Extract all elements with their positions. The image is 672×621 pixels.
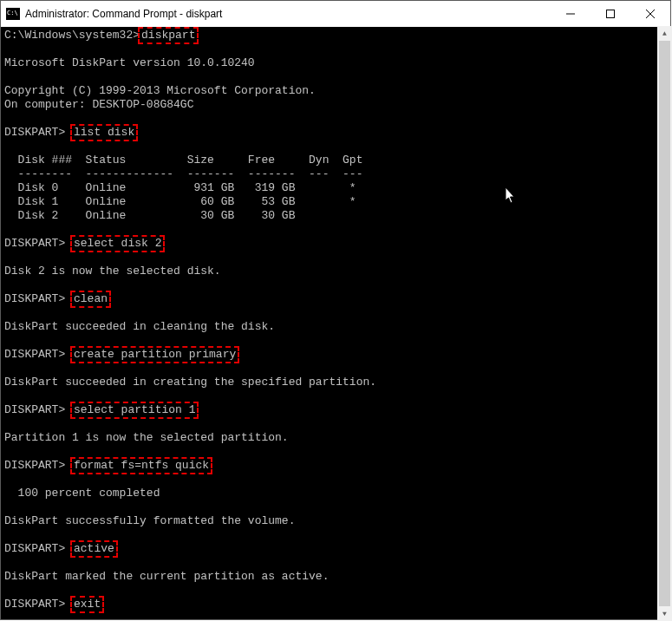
prompt-diskpart: DISKPART>: [4, 542, 72, 555]
cmd-select-disk: select disk 2: [70, 235, 165, 252]
out-selected-part: Partition 1 is now the selected partitio…: [4, 431, 289, 444]
minimize-button[interactable]: [551, 1, 590, 27]
close-button[interactable]: [630, 1, 670, 27]
window-title: Administrator: Command Prompt - diskpart: [25, 8, 551, 20]
command-prompt-window: Administrator: Command Prompt - diskpart…: [0, 0, 671, 620]
out-active-ok: DiskPart marked the current partition as…: [4, 570, 329, 583]
maximize-button[interactable]: [590, 1, 630, 27]
cmd-icon: [6, 8, 20, 20]
out-create-ok: DiskPart succeeded in creating the speci…: [4, 376, 376, 389]
disk-row: Disk 1 Online 60 GB 53 GB *: [4, 195, 356, 208]
scroll-down-button[interactable]: ▼: [657, 606, 672, 621]
out-format-progress: 100 percent completed: [4, 487, 160, 500]
terminal-output[interactable]: C:\Windows\system32>diskpart Microsoft D…: [1, 27, 670, 619]
cmd-active: active: [70, 540, 118, 558]
prompt-diskpart: DISKPART>: [4, 292, 72, 305]
cmd-format: format fs=ntfs quick: [70, 457, 212, 474]
out-computer: On computer: DESKTOP-08G84GC: [4, 98, 193, 111]
disk-table-header: Disk ### Status Size Free Dyn Gpt: [4, 154, 362, 167]
prompt-diskpart: DISKPART>: [4, 237, 72, 250]
out-clean-ok: DiskPart succeeded in cleaning the disk.: [4, 320, 275, 333]
prompt-diskpart: DISKPART>: [4, 459, 72, 472]
cmd-list-disk: list disk: [70, 124, 138, 141]
prompt-path: C:\Windows\system32>: [4, 29, 140, 42]
cmd-create-partition: create partition primary: [70, 346, 239, 363]
svg-rect-1: [607, 10, 615, 18]
out-copyright: Copyright (C) 1999-2013 Microsoft Corpor…: [4, 84, 316, 97]
prompt-diskpart: DISKPART>: [4, 598, 72, 611]
out-version: Microsoft DiskPart version 10.0.10240: [4, 56, 255, 69]
prompt-diskpart: DISKPART>: [4, 348, 72, 361]
cmd-select-partition: select partition 1: [70, 402, 199, 419]
cmd-exit: exit: [70, 596, 104, 613]
window-controls: [551, 1, 670, 27]
cmd-diskpart: diskpart: [138, 27, 199, 44]
prompt-diskpart: DISKPART>: [4, 403, 72, 416]
out-selected-disk: Disk 2 is now the selected disk.: [4, 265, 221, 278]
disk-row: Disk 2 Online 30 GB 30 GB: [4, 209, 295, 222]
vertical-scrollbar[interactable]: ▲ ▼: [657, 26, 672, 621]
titlebar[interactable]: Administrator: Command Prompt - diskpart: [1, 1, 670, 27]
disk-table-divider: -------- ------------- ------- ------- -…: [4, 167, 362, 180]
scroll-thumb[interactable]: [659, 41, 670, 606]
out-format-ok: DiskPart successfully formatted the volu…: [4, 514, 295, 527]
prompt-diskpart: DISKPART>: [4, 126, 72, 139]
disk-row: Disk 0 Online 931 GB 319 GB *: [4, 181, 356, 194]
scroll-up-button[interactable]: ▲: [657, 26, 672, 41]
cmd-clean: clean: [70, 291, 111, 308]
